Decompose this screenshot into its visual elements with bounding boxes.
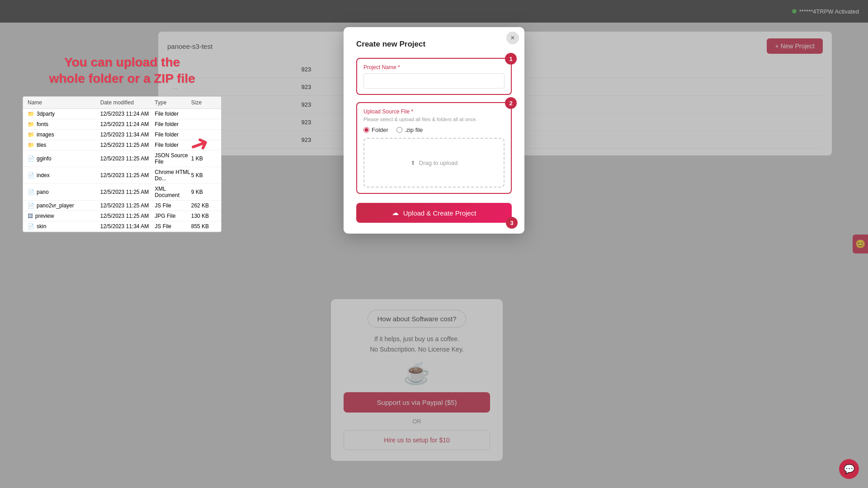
required-mark2: * — [411, 108, 413, 115]
col-date: Date modified — [100, 99, 155, 106]
zip-radio[interactable] — [396, 127, 402, 133]
annotation-line1: You can upload the — [64, 55, 180, 69]
cloud-icon: ☁ — [392, 209, 399, 217]
file-row: 🖼preview 12/5/2023 11:25 AM JPG File 130… — [23, 211, 221, 221]
annotation-line2: whole folder or a ZIP file — [49, 71, 195, 85]
file-icon: 📄 — [28, 189, 34, 195]
close-icon: × — [510, 34, 514, 42]
upload-icon: ⬆ — [410, 160, 415, 166]
file-icon: 🖼 — [28, 213, 33, 219]
upload-source-label: Upload Source File * — [363, 108, 505, 115]
project-name-label: Project Name * — [363, 64, 505, 70]
step1-badge: 1 — [505, 53, 517, 65]
folder-icon: 📁 — [28, 111, 34, 117]
folder-icon: 📁 — [28, 121, 34, 127]
zip-radio-option[interactable]: .zip file — [396, 127, 423, 133]
required-mark: * — [398, 64, 400, 70]
step3-badge: 3 — [506, 217, 518, 229]
annotation-text: You can upload the whole folder or a ZIP… — [23, 54, 222, 87]
folder-icon: 📁 — [28, 131, 34, 138]
folder-radio[interactable] — [363, 127, 369, 133]
drag-to-upload-text: Drag to upload — [419, 160, 458, 166]
zip-label: .zip file — [405, 127, 423, 133]
folder-radio-option[interactable]: Folder — [363, 127, 388, 133]
modal-close-button[interactable]: × — [506, 32, 519, 44]
col-size: Size — [191, 99, 217, 106]
file-row: 📄skin 12/5/2023 11:34 AM JS File 855 KB — [23, 221, 221, 232]
file-row: 📁fonts 12/5/2023 11:24 AM File folder — [23, 119, 221, 130]
upload-hint: Please select & upload all files & folde… — [363, 117, 505, 122]
upload-button-wrapper: ☁ Upload & Create Project 3 — [356, 203, 512, 223]
create-project-modal: × Create new Project 1 Project Name * 2 … — [344, 27, 524, 234]
chat-icon: 💬 — [844, 464, 855, 474]
project-name-section: 1 Project Name * — [356, 58, 512, 95]
file-row: 📄pano 12/5/2023 11:25 AM XML Document 9 … — [23, 184, 221, 201]
file-icon: 📄 — [28, 155, 34, 162]
file-row: 📄index 12/5/2023 11:25 AM Chrome HTML Do… — [23, 167, 221, 184]
file-row: 📄gginfo 12/5/2023 11:25 AM JSON Source F… — [23, 150, 221, 167]
drop-zone[interactable]: ⬆ Drag to upload — [363, 138, 505, 188]
folder-icon: 📁 — [28, 142, 34, 148]
file-browser: Name Date modified Type Size 📁3dparty 12… — [23, 96, 222, 232]
file-icon: 📄 — [28, 172, 34, 178]
file-row: 📄pano2vr_player 12/5/2023 11:25 AM JS Fi… — [23, 201, 221, 211]
col-name: Name — [28, 99, 100, 106]
file-icon: 📄 — [28, 223, 34, 230]
upload-type-radio-group: Folder .zip file — [363, 127, 505, 133]
project-name-input[interactable] — [363, 73, 505, 89]
file-browser-header: Name Date modified Type Size — [23, 97, 221, 109]
upload-create-button[interactable]: ☁ Upload & Create Project — [356, 203, 512, 223]
upload-source-section: 2 Upload Source File * Please select & u… — [356, 102, 512, 194]
chat-widget[interactable]: 💬 — [839, 459, 859, 479]
upload-create-label: Upload & Create Project — [403, 209, 476, 217]
col-type: Type — [155, 99, 191, 106]
file-icon: 📄 — [28, 202, 34, 209]
file-row: 📁3dparty 12/5/2023 11:24 AM File folder — [23, 109, 221, 119]
modal-title: Create new Project — [356, 40, 512, 49]
step2-badge: 2 — [505, 97, 517, 109]
folder-label: Folder — [372, 127, 388, 133]
